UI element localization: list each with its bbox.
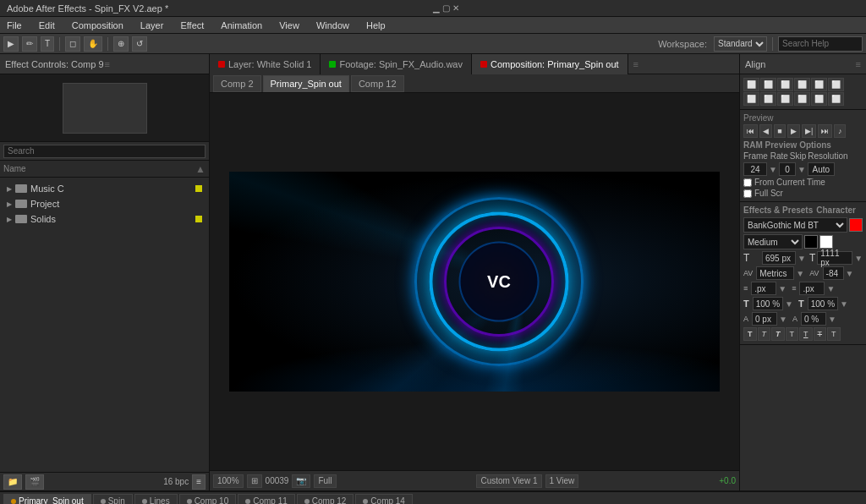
viewer-camera-btn[interactable]: 📷 [292,474,310,488]
toolbar-text[interactable]: T [41,36,54,52]
window-controls[interactable]: ▁ ▢ ✕ [433,3,859,13]
viewer-numview-btn[interactable]: 1 View [545,474,579,488]
timeline-tab-spin[interactable]: Spin [93,494,133,505]
viewer-tab-comp2[interactable]: Comp 2 [213,75,261,92]
font-size2-value[interactable]: 1111 px [817,251,852,265]
menu-layer[interactable]: Layer [137,20,167,30]
sort-btn[interactable]: ▲ [195,163,206,175]
timeline-tab-comp12[interactable]: Comp 12 [297,494,354,505]
align-left[interactable]: ⬜ [743,78,759,91]
dist-center-h[interactable]: ⬜ [760,92,776,106]
toolbar-shape[interactable]: ◻ [65,36,80,52]
footer-menu-btn[interactable]: ≡ [192,474,206,490]
toolbar-hand[interactable]: ✋ [84,36,102,52]
text-style-t6[interactable]: T [814,327,827,341]
dist-center-v[interactable]: ⬜ [811,92,827,106]
preview-next-frame[interactable]: ▶| [802,124,816,138]
bpc-label: 16 bpc [163,477,189,486]
viewer-timecode: 00039 [266,476,289,485]
baseline-value[interactable]: 0 px [752,312,777,326]
align-center-v[interactable]: ⬜ [811,78,827,91]
toolbar-pen[interactable]: ✏ [22,36,37,52]
timeline-tab-comp14[interactable]: Comp 14 [355,494,413,505]
viewer-aspect-btn[interactable]: ⊞ [247,474,262,488]
text-style-t2[interactable]: T [758,327,771,341]
menu-help[interactable]: Help [363,20,389,30]
align-bottom[interactable]: ⬜ [828,78,844,91]
tracking-value[interactable]: Metrics [756,266,794,280]
project-preview-area [0,74,209,142]
leading2-value[interactable]: .px [799,282,825,295]
viewer-quality-btn[interactable]: Full [314,474,336,488]
preview-last-frame[interactable]: ⏭ [818,124,832,138]
color-swatch-red[interactable] [849,218,863,232]
menu-animation[interactable]: Animation [217,20,266,30]
preview-prev-frame[interactable]: ◀ [759,124,772,138]
panel-tab-comp[interactable]: Composition: Primary_Spin out [472,54,628,74]
timeline-tab-primary[interactable]: Primary_Spin out [3,494,91,505]
viewer-view-btn[interactable]: Custom View 1 [476,474,541,488]
toolbar-select[interactable]: ▶ [3,36,19,52]
search-input[interactable] [778,36,863,52]
preview-play[interactable]: ▶ [787,124,800,138]
preview-audio[interactable]: ♪ [834,124,846,138]
text-style-t3[interactable]: T [771,327,785,341]
timeline-tab-comp10[interactable]: Comp 10 [179,494,237,505]
align-right[interactable]: ⬜ [777,78,793,91]
frame-rate-value[interactable]: 24 [743,162,767,176]
list-item[interactable]: ▶ Music C [0,181,209,196]
preview-first-frame[interactable]: ⏮ [743,124,758,138]
kerning-value[interactable]: -84 [823,266,844,280]
text-style-t7[interactable]: T [827,327,841,341]
menu-file[interactable]: File [3,20,25,30]
full-screen-checkbox[interactable] [743,189,752,198]
skip-value[interactable]: 0 [779,162,796,176]
panel-tab-footage[interactable]: Footage: Spin_FX_Audio.wav [321,54,472,74]
text-style-t5[interactable]: T [799,327,813,341]
from-current-time-row: From Current Time [743,178,863,187]
align-center-h[interactable]: ⬜ [760,78,776,91]
from-current-time-checkbox[interactable] [743,178,752,187]
timeline-tab-lines[interactable]: Lines [134,494,178,505]
panel-tab-layer[interactable]: Layer: White Solid 1 [210,54,321,74]
text-style-t4[interactable]: T [786,327,799,341]
project-search-input[interactable] [3,145,206,158]
font-size-value[interactable]: 695 px [762,251,796,265]
preview-stop[interactable]: ■ [774,124,786,138]
text-style-t1[interactable]: T [743,327,757,341]
menu-edit[interactable]: Edit [36,20,58,30]
menu-view[interactable]: View [276,20,303,30]
dist-top[interactable]: ⬜ [794,92,810,106]
dist-bottom[interactable]: ⬜ [828,92,844,106]
dist-right[interactable]: ⬜ [777,92,793,106]
baseline-pct-value[interactable]: 0 % [801,312,826,326]
new-comp-btn[interactable]: 🎬 [25,474,44,490]
right-panel-menu[interactable]: ≡ [856,59,861,69]
viewer-tab-primary[interactable]: Primary_Spin out [263,75,349,92]
menu-composition[interactable]: Composition [69,20,127,30]
size-pct2-value[interactable]: 100 % [808,297,838,310]
leading-value[interactable]: .px [751,282,776,295]
color-swatch-white[interactable] [819,235,833,249]
timeline-tab-comp11[interactable]: Comp 11 [238,494,295,505]
list-item[interactable]: ▶ Project [0,196,209,211]
style-select[interactable]: Medium [743,234,803,249]
align-top[interactable]: ⬜ [794,78,810,91]
panel-menu-btn[interactable]: ≡ [628,59,644,69]
menu-window[interactable]: Window [313,20,353,30]
new-folder-btn[interactable]: 📁 [3,474,22,490]
resolution-value[interactable]: Auto [808,162,835,176]
workspace-select[interactable]: Standard [714,36,767,52]
size-pct-value[interactable]: 100 % [753,297,783,310]
dist-left[interactable]: ⬜ [743,92,759,106]
toolbar-camera[interactable]: ⊕ [113,36,129,52]
font-select[interactable]: BankGothic Md BT [743,217,847,233]
viewer-tab-comp12[interactable]: Comp 12 [351,75,404,92]
frame-rate-values-row: 24 ▼ 0 ▼ Auto [743,162,863,176]
project-menu-btn[interactable]: ≡ [105,59,205,69]
viewer-zoom-btn[interactable]: 100% [213,474,244,488]
color-swatch-black[interactable] [804,235,818,249]
list-item[interactable]: ▶ Solids [0,211,209,227]
toolbar-rotate[interactable]: ↺ [132,36,147,52]
menu-effect[interactable]: Effect [177,20,207,30]
